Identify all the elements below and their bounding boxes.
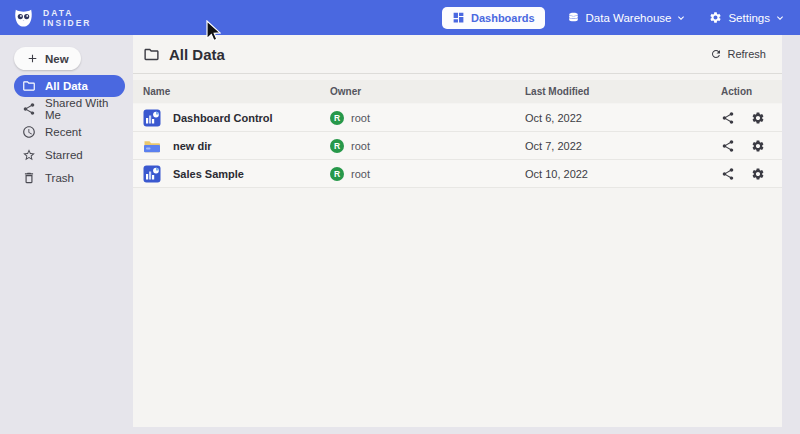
app-logo: DATA INSIDER — [12, 6, 91, 29]
table-row[interactable]: new dir R root Oct 7, 2022 — [133, 132, 782, 160]
file-type-icon — [143, 137, 161, 155]
dashboards-button[interactable]: Dashboards — [442, 7, 545, 29]
sidebar-item-label: Starred — [45, 149, 83, 161]
last-modified: Oct 6, 2022 — [525, 112, 721, 124]
new-button[interactable]: New — [14, 47, 81, 70]
owner-name: root — [351, 168, 370, 180]
sidebar-item-all-data[interactable]: All Data — [14, 75, 125, 97]
dashboard-grid-icon — [452, 11, 465, 24]
folder-icon — [143, 46, 160, 63]
share-button[interactable] — [721, 167, 735, 181]
data-warehouse-button[interactable]: Data Warehouse — [567, 11, 688, 24]
gear-icon — [751, 167, 765, 181]
file-table: Name Owner Last Modified Action — [133, 80, 782, 188]
column-header-name: Name — [143, 86, 330, 97]
row-settings-button[interactable] — [751, 111, 765, 125]
last-modified: Oct 10, 2022 — [525, 168, 721, 180]
refresh-icon — [710, 48, 722, 60]
gear-icon — [709, 11, 722, 24]
settings-button[interactable]: Settings — [709, 11, 786, 24]
sidebar-item-label: Trash — [45, 172, 74, 184]
folder-file-icon — [143, 137, 161, 155]
sidebar-item-trash[interactable]: Trash — [14, 167, 125, 189]
clock-icon — [22, 125, 36, 139]
file-name: Sales Sample — [173, 168, 244, 180]
chevron-down-icon — [675, 12, 687, 24]
last-modified: Oct 7, 2022 — [525, 140, 721, 152]
share-button[interactable] — [721, 139, 735, 153]
star-icon — [22, 148, 36, 162]
refresh-label: Refresh — [727, 48, 766, 60]
main-content: All Data Refresh Name Owner Last Modifie… — [133, 35, 782, 427]
owner-name: root — [351, 112, 370, 124]
dashboard-file-icon — [143, 165, 161, 183]
content-header: All Data Refresh — [133, 35, 782, 74]
sidebar-item-shared-with-me[interactable]: Shared With Me — [14, 98, 125, 120]
share-button[interactable] — [721, 111, 735, 125]
column-header-action: Action — [721, 86, 782, 97]
sidebar-item-label: Recent — [45, 126, 81, 138]
settings-label: Settings — [728, 12, 770, 24]
owl-logo-icon — [12, 6, 35, 29]
folder-icon — [22, 79, 36, 93]
sidebar-item-recent[interactable]: Recent — [14, 121, 125, 143]
column-header-last-modified: Last Modified — [525, 86, 721, 97]
gear-icon — [751, 111, 765, 125]
shared-icon — [22, 102, 36, 116]
trash-icon — [22, 171, 36, 185]
page-title: All Data — [169, 46, 225, 63]
refresh-button[interactable]: Refresh — [710, 48, 766, 60]
plus-icon — [26, 52, 39, 65]
owner-name: root — [351, 140, 370, 152]
share-icon — [721, 111, 735, 125]
share-icon — [721, 139, 735, 153]
row-settings-button[interactable] — [751, 139, 765, 153]
data-warehouse-label: Data Warehouse — [586, 12, 672, 24]
table-row[interactable]: Dashboard Control R root Oct 6, 2022 — [133, 104, 782, 132]
top-navbar: DATA INSIDER Dashboards Data Warehouse S… — [0, 0, 800, 35]
chevron-down-icon — [774, 12, 786, 24]
file-name: new dir — [173, 140, 212, 152]
file-type-icon — [143, 109, 161, 127]
table-row[interactable]: Sales Sample R root Oct 10, 2022 — [133, 160, 782, 188]
sidebar-item-starred[interactable]: Starred — [14, 144, 125, 166]
file-type-icon — [143, 165, 161, 183]
database-icon — [567, 11, 580, 24]
sidebar: New All Data Shared With Me Recent Starr… — [0, 35, 133, 434]
dashboards-label: Dashboards — [471, 12, 535, 24]
owner-avatar: R — [330, 111, 344, 125]
gear-icon — [751, 139, 765, 153]
table-header-row: Name Owner Last Modified Action — [133, 80, 782, 103]
logo-text-line2: INSIDER — [43, 18, 91, 28]
new-button-label: New — [45, 53, 69, 65]
column-header-owner: Owner — [330, 86, 525, 97]
owner-avatar: R — [330, 139, 344, 153]
row-settings-button[interactable] — [751, 167, 765, 181]
sidebar-item-label: Shared With Me — [45, 97, 125, 121]
file-name: Dashboard Control — [173, 112, 273, 124]
owner-avatar: R — [330, 167, 344, 181]
share-icon — [721, 167, 735, 181]
dashboard-file-icon — [143, 109, 161, 127]
logo-text-line1: DATA — [43, 8, 91, 18]
sidebar-item-label: All Data — [45, 80, 88, 92]
